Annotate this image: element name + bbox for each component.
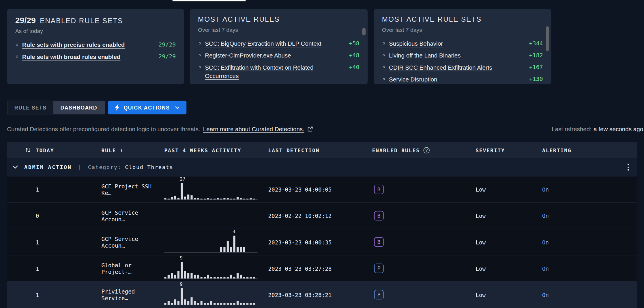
alerting-toggle[interactable]: On (542, 292, 637, 298)
rule-name[interactable]: GCE Project SSH Ke… (102, 183, 164, 196)
rule-set-link[interactable]: Suspicious Behavior (389, 40, 529, 48)
curated-detections-page: 29/29 ENABLED RULE SETS As of today Rule… (0, 0, 644, 308)
collapse-group-icon[interactable] (12, 165, 18, 169)
item-value: +167 (529, 63, 543, 70)
activity-sparkline: 3 (164, 229, 257, 253)
table-header-row: TODAY RULE ↑ PAST 4 WEEKS ACTIVITY LAST … (7, 142, 637, 158)
last-detection-header[interactable]: LAST DETECTION (268, 147, 372, 153)
last-detection: 2023-03-23 03:27:28 (268, 265, 372, 272)
card-title: MOST ACTIVE RULE SETS (382, 16, 482, 24)
list-item: Rule sets with precise rules enabled 29/… (15, 39, 176, 51)
scrollbar-thumb[interactable] (546, 26, 549, 51)
sort-ascending-icon: ↑ (120, 147, 123, 153)
rule-link[interactable]: Register-CimProvider.exe Abuse (205, 51, 349, 60)
list-item: Register-CimProvider.exe Abuse +48 (198, 50, 359, 62)
item-value: 29/29 (158, 53, 176, 60)
help-icon[interactable]: ? (424, 147, 430, 153)
view-toggle: RULE SETS DASHBOARD (7, 101, 104, 114)
dashboard-tab[interactable]: DASHBOARD (53, 101, 104, 114)
bullet-icon (199, 54, 201, 56)
quick-actions-button[interactable]: QUICK ACTIONS (108, 101, 186, 114)
list-item: Service Disruption +130 (382, 74, 543, 84)
today-count: 0 (7, 212, 101, 219)
rule-set-link[interactable]: Living off the Land Binaries (389, 51, 529, 60)
rule-set-link[interactable]: Rule sets with precise rules enabled (22, 41, 158, 49)
enabled-rules-cell: P (372, 264, 476, 273)
table-row[interactable]: 0 GCP Service Accoun… 2023-02-22 10:02:1… (7, 203, 637, 229)
item-value: +40 (349, 63, 360, 70)
table-row[interactable]: 1 GCP Service Accoun… 3 2023-03-23 04:00… (7, 229, 637, 255)
activity-cell: 3 (164, 229, 268, 255)
item-value: +40 (349, 84, 360, 84)
rule-set-link[interactable]: Service Disruption (389, 75, 529, 84)
quick-actions-label: QUICK ACTIONS (123, 105, 170, 110)
rule-name[interactable]: GCP Service Accoun… (102, 235, 164, 249)
last-refreshed-label: Last refreshed: (552, 126, 591, 133)
rule-set-link[interactable]: Rule sets with broad rules enabled (22, 53, 158, 61)
rule-link[interactable]: GCP Billing Disabled (205, 84, 349, 84)
rule-header-label: RULE (102, 147, 116, 153)
enabled-rule-sets-card: 29/29 ENABLED RULE SETS As of today Rule… (7, 9, 184, 84)
alerting-toggle[interactable]: On (542, 186, 637, 193)
last-detection: 2023-02-22 10:02:12 (268, 212, 372, 219)
today-header[interactable]: TODAY (7, 147, 101, 153)
more-options-icon[interactable] (626, 162, 630, 172)
severity-header-label: SEVERITY (475, 147, 505, 153)
item-value: 29/29 (158, 41, 176, 48)
severity-header[interactable]: SEVERITY (475, 147, 542, 153)
precise-rule-badge[interactable]: P (374, 264, 384, 273)
detections-table: TODAY RULE ↑ PAST 4 WEEKS ACTIVITY LAST … (7, 142, 637, 308)
activity-cell: 27 (164, 177, 268, 203)
learn-more-link[interactable]: Learn more about Curated Detections. (203, 126, 304, 133)
activity-sparkline: 9 (164, 255, 257, 279)
list-item: Living off the Land Binaries +182 (382, 50, 543, 62)
severity: Low (475, 212, 542, 219)
card-subtitle: As of today (15, 28, 176, 34)
severity: Low (475, 292, 542, 298)
alerting-toggle[interactable]: On (542, 265, 637, 272)
table-row[interactable]: 1 Privileged Service… 9 2023-03-23 03:28… (7, 282, 637, 308)
item-value: +182 (529, 51, 543, 58)
list-item: Rule sets with broad rules enabled 29/29 (15, 51, 176, 63)
card-title: MOST ACTIVE RULES (198, 16, 280, 24)
card-subtitle: Over last 7 days (198, 27, 359, 33)
rule-header[interactable]: RULE ↑ (102, 147, 164, 153)
rule-name[interactable]: Global or Project-… (102, 262, 164, 275)
scrollbar-thumb[interactable] (362, 28, 366, 36)
bullet-icon (16, 44, 18, 46)
external-link-icon[interactable] (307, 126, 313, 132)
bullet-icon (383, 78, 385, 80)
alerting-header[interactable]: ALERTING (542, 147, 637, 153)
table-row[interactable]: 1 GCE Project SSH Ke… 27 2023-03-23 04:0… (7, 177, 637, 203)
broad-rule-badge[interactable]: B (374, 237, 384, 247)
category-label: Category: (88, 164, 121, 170)
list-item: SCC: BigQuery Extraction with DLP Contex… (198, 38, 359, 50)
rule-link[interactable]: SCC: BigQuery Extraction with DLP Contex… (205, 40, 349, 48)
alerting-toggle[interactable]: On (542, 212, 637, 219)
enabled-rules-cell: B (372, 237, 476, 247)
rule-name[interactable]: Privileged Service… (102, 288, 164, 301)
table-row[interactable]: 1 Global or Project-… 9 2023-03-23 03:27… (7, 255, 637, 282)
item-value: +344 (529, 40, 543, 47)
broad-rule-badge[interactable]: B (374, 211, 384, 220)
last-refreshed: Last refreshed:a few seconds ago (552, 126, 643, 133)
rule-sets-tab[interactable]: RULE SETS (8, 101, 54, 114)
rule-name[interactable]: GCP Service Accoun… (102, 209, 164, 222)
most-active-rule-sets-card: MOST ACTIVE RULE SETS Over last 7 days S… (374, 9, 551, 84)
active-tab-underline (173, 0, 246, 1)
card-title: ENABLED RULE SETS (40, 17, 123, 25)
last-detection-header-label: LAST DETECTION (268, 147, 320, 153)
rule-set-link[interactable]: CDIR SCC Enhanced Exfiltration Alerts (389, 63, 529, 72)
activity-sparkline (164, 203, 257, 226)
alerting-toggle[interactable]: On (542, 239, 637, 245)
rule-link[interactable]: SCC: Exfiltration with Context on Relate… (205, 63, 349, 81)
bullet-icon (383, 66, 385, 68)
broad-rule-badge[interactable]: B (374, 185, 384, 194)
bullet-icon (383, 54, 385, 56)
item-value: +48 (349, 51, 360, 58)
sort-rows-icon[interactable] (25, 147, 31, 153)
last-detection: 2023-03-23 04:00:05 (268, 186, 372, 193)
precise-rule-badge[interactable]: P (374, 290, 384, 300)
intro-text-row: Curated Detections offer preconfigured d… (7, 126, 313, 133)
last-refreshed-value: a few seconds ago (594, 126, 643, 133)
